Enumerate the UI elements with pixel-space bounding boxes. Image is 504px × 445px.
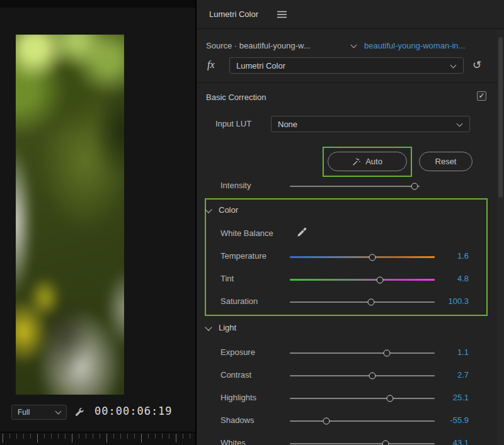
shadows-slider-thumb[interactable] [323, 418, 329, 425]
contrast-slider[interactable] [290, 375, 435, 376]
exposure-slider[interactable] [290, 352, 435, 354]
program-monitor-panel: Full 00:00:06:19 [0, 0, 195, 445]
temperature-row: Temperature 1.6 [197, 251, 504, 263]
contrast-label: Contrast [220, 370, 251, 380]
reset-button[interactable]: Reset [419, 152, 472, 171]
chevron-down-icon [205, 324, 212, 330]
chevron-down-icon [450, 62, 457, 69]
temperature-label: Temperature [220, 251, 266, 261]
panel-title: Lumetri Color [209, 9, 258, 19]
chevron-down-icon [457, 121, 463, 127]
reset-button-label: Reset [435, 157, 457, 166]
highlights-label: Highlights [220, 393, 256, 402]
chevron-down-icon [55, 408, 62, 415]
fx-icon: fx [207, 59, 215, 70]
chevron-down-icon[interactable] [351, 42, 357, 48]
whites-value[interactable]: 43.1 [431, 438, 469, 445]
effect-dropdown[interactable]: Lumetri Color [229, 57, 464, 74]
tint-row: Tint 4.8 [197, 273, 504, 286]
effect-selector-row: fx Lumetri Color ↺ [197, 57, 504, 74]
zoom-level-value: Full [18, 408, 30, 417]
basic-correction-checkbox[interactable]: ✓ [477, 91, 486, 101]
intensity-row: Intensity [197, 180, 504, 193]
intensity-slider-thumb[interactable] [411, 183, 418, 190]
whites-row: Whites 43.1 [197, 437, 504, 445]
highlights-row: Highlights 25.1 [197, 392, 504, 405]
input-lut-row: Input LUT None [197, 116, 504, 132]
light-section-title: Light [219, 323, 236, 332]
whites-slider[interactable] [290, 443, 435, 444]
divider [197, 82, 504, 83]
lumetri-color-panel: Lumetri Color Source · beautiful-young-w… [195, 0, 504, 445]
panel-scrollbar[interactable] [497, 30, 504, 445]
exposure-value[interactable]: 1.1 [431, 347, 469, 357]
shadows-slider[interactable] [290, 420, 435, 422]
intensity-label: Intensity [220, 181, 251, 190]
magic-wand-icon [352, 157, 361, 166]
ruler-major-ticks [3, 434, 195, 442]
temperature-slider-thumb[interactable] [369, 254, 376, 261]
temperature-value[interactable]: 1.6 [431, 251, 469, 261]
settings-wrench-icon[interactable] [74, 407, 86, 418]
scrollbar-thumb[interactable] [498, 37, 503, 198]
highlights-value[interactable]: 25.1 [431, 393, 469, 402]
shadows-value[interactable]: -55.9 [431, 415, 469, 425]
intensity-slider[interactable] [290, 186, 420, 187]
premiere-pro-window: Full 00:00:06:19 Lumetri Color Source · … [0, 0, 504, 445]
tint-value[interactable]: 4.8 [431, 274, 469, 283]
saturation-slider[interactable] [290, 301, 435, 303]
source-clip-row: Source · beautiful-young-w... beautiful-… [197, 40, 504, 52]
whites-label: Whites [220, 438, 246, 445]
tint-label: Tint [220, 274, 234, 283]
exposure-label: Exposure [220, 347, 255, 357]
light-section-header[interactable]: Light [197, 323, 504, 335]
chevron-down-icon [205, 206, 212, 213]
exposure-row: Exposure 1.1 [197, 347, 504, 359]
source-clip-link[interactable]: beautiful-young-woman-in... [364, 41, 489, 50]
source-label: Source · beautiful-young-w... [206, 41, 310, 50]
effect-dropdown-value: Lumetri Color [236, 61, 285, 70]
timeline-ruler[interactable] [0, 432, 195, 445]
saturation-row: Saturation 100.3 [197, 296, 504, 308]
reset-effect-icon[interactable]: ↺ [472, 59, 481, 72]
current-timecode[interactable]: 00:00:06:19 [94, 405, 173, 417]
check-icon: ✓ [478, 91, 484, 100]
saturation-label: Saturation [220, 296, 258, 306]
video-preview [16, 35, 124, 395]
contrast-row: Contrast 2.7 [197, 369, 504, 382]
input-lut-value: None [278, 120, 297, 129]
auto-button-label: Auto [365, 157, 382, 166]
input-lut-dropdown[interactable]: None [271, 116, 470, 132]
saturation-value[interactable]: 100.3 [431, 296, 469, 306]
shadows-row: Shadows -55.9 [197, 415, 504, 427]
auto-button[interactable]: Auto [328, 152, 407, 171]
basic-correction-title: Basic Correction [206, 93, 266, 102]
panel-header: Lumetri Color [197, 0, 504, 29]
monitor-controls-bar: Full 00:00:06:19 [0, 402, 195, 432]
input-lut-label: Input LUT [215, 119, 251, 128]
eyedropper-icon[interactable] [296, 227, 307, 238]
saturation-slider-thumb[interactable] [367, 299, 374, 306]
contrast-value[interactable]: 2.7 [431, 370, 469, 380]
panel-menu-icon[interactable] [277, 11, 287, 18]
monitor-top-bar [0, 0, 195, 8]
highlights-slider-thumb[interactable] [386, 395, 393, 402]
tint-slider[interactable] [290, 279, 435, 281]
video-frame-image [16, 35, 124, 395]
highlights-slider[interactable] [290, 398, 435, 399]
whites-slider-thumb[interactable] [382, 441, 389, 445]
tint-slider-thumb[interactable] [376, 276, 383, 283]
shadows-label: Shadows [220, 415, 254, 425]
color-section-title: Color [219, 205, 238, 215]
temperature-slider[interactable] [290, 256, 435, 258]
white-balance-row: White Balance [197, 228, 504, 240]
contrast-slider-thumb[interactable] [369, 373, 376, 380]
color-section-header[interactable]: Color [197, 205, 504, 218]
white-balance-label: White Balance [220, 228, 273, 238]
exposure-slider-thumb[interactable] [384, 350, 391, 357]
zoom-level-select[interactable]: Full [11, 405, 67, 420]
